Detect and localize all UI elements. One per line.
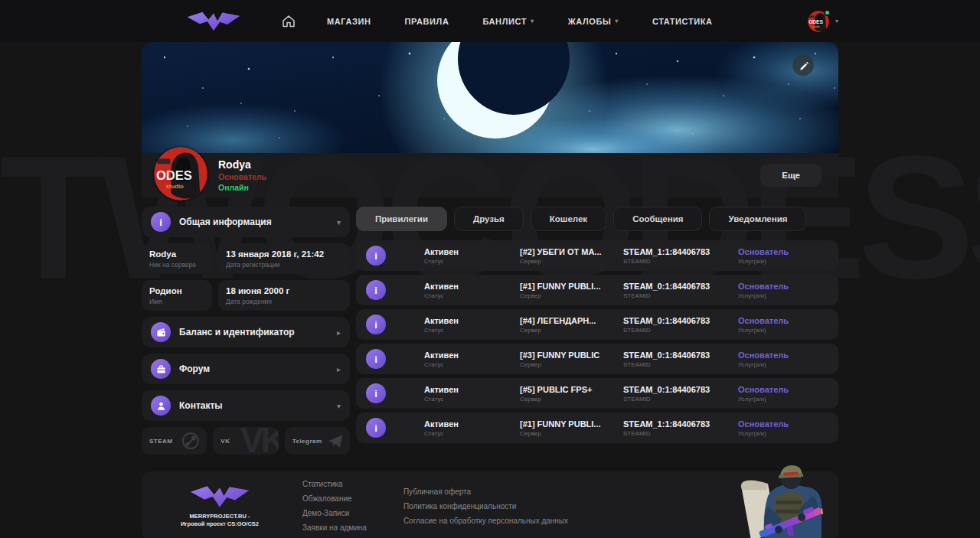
footer-link-admin-apps[interactable]: Заявки на админа [302,520,367,535]
info-value: 18 июня 2000 г [226,286,342,295]
chevron-right-icon: ▸ [337,365,341,373]
nav-item-statistics[interactable]: СТАТИСТИКА [652,17,713,26]
tab-wallet[interactable]: Кошелек [531,207,606,231]
privilege-row[interactable]: i АктивенСтатус [#1] FUNNY PUBLI...Серве… [356,275,838,305]
column-label: STEAMID [623,258,738,265]
privilege-steamid: STEAM_1:1:84406783 [623,247,738,256]
column-label: Сервер [520,396,623,403]
privilege-steamid: STEAM_0:1:84406783 [623,282,738,291]
tab-notifications[interactable]: Уведомления [709,207,806,231]
profile-tabs: Привилегии Друзья Кошелек Сообщения Увед… [356,207,838,231]
privilege-row[interactable]: i АктивенСтатус [#2] УБЕГИ ОТ МА...Серве… [356,240,838,271]
section-general-info[interactable]: i Общая информация ▾ [142,207,350,237]
tab-privileges[interactable]: Привилегии [356,207,447,231]
privilege-status: Активен [424,282,520,291]
online-status-dot [824,9,831,16]
section-forum[interactable]: Форум ▸ [142,354,350,384]
footer-link-privacy[interactable]: Политика конфиденциальности [403,499,618,514]
profile-header: Rodya Основатель Онлайн Еще [142,153,838,197]
nav-item-label: ПРАВИЛА [405,17,449,26]
info-icon: i [366,349,386,369]
more-button[interactable]: Еще [760,164,822,187]
profile-banner: Rodya Основатель Онлайн Еще [142,42,838,197]
column-label: Сервер [520,361,623,368]
contact-label: Telegram [292,438,322,445]
pencil-icon [799,60,808,70]
footer-link-demos[interactable]: Демо-Записи [302,506,367,520]
avatar[interactable] [154,147,207,201]
column-label: Услуг(а/и) [738,292,838,299]
column-label: Услуг(а/и) [738,396,838,403]
info-card-birthdate: 18 июня 2000 г Дата рождения [218,280,350,311]
section-contacts[interactable]: Контакты ▾ [142,390,350,421]
privilege-service-link[interactable]: Основатель [738,282,838,291]
info-value: Rodya [149,249,204,259]
telegram-icon [327,432,344,449]
privilege-row[interactable]: i АктивенСтатус [#5] PUBLIC FPS+Сервер S… [356,378,838,409]
info-label: Дата рождения [226,298,342,305]
column-label: Статус [424,258,520,265]
steam-icon [181,431,201,451]
nav-item-label: МАГАЗИН [327,17,371,26]
user-menu[interactable]: ▾ [808,11,838,32]
info-icon: i [151,212,171,232]
chevron-down-icon: ▾ [615,18,619,24]
tab-label: Кошелек [550,214,587,223]
footer-link-offer[interactable]: Публичная оферта [403,484,618,499]
privilege-service-link[interactable]: Основатель [738,385,838,394]
privilege-status: Активен [424,385,520,394]
nav-item-complaints[interactable]: ЖАЛОБЫ▾ [568,17,619,26]
info-icon: i [366,315,386,334]
contact-steam-button[interactable]: STEAM [142,427,207,455]
chevron-down-icon: ▾ [531,18,534,24]
nav-item-banlist[interactable]: БАНЛИСТ▾ [482,17,534,26]
column-label: STEAMID [623,292,738,299]
column-label: STEAMID [623,396,738,403]
footer-link-appeal[interactable]: Обжалование [302,491,367,506]
contact-vk-button[interactable]: VK VK [213,427,278,455]
tab-label: Уведомления [728,214,787,223]
home-icon[interactable] [281,14,296,29]
privilege-row[interactable]: i АктивенСтатус [#1] FUNNY PUBLI...Серве… [356,412,838,443]
tab-label: Друзья [473,214,505,223]
privilege-service-link[interactable]: Основатель [738,316,838,325]
privilege-service-link[interactable]: Основатель [738,247,838,256]
column-label: Сервер [520,258,623,265]
column-label: Статус [424,327,520,334]
column-label: Услуг(а/и) [738,258,838,265]
footer-brand-line2: Игровой проект CS:GO/CS2 [181,520,259,528]
column-label: STEAMID [623,361,738,368]
privilege-row[interactable]: i АктивенСтатус [#3] FUNNY PUBLICСервер … [356,344,838,374]
column-label: Сервер [520,327,623,334]
privilege-service-link[interactable]: Основатель [738,351,838,360]
nav-item-rules[interactable]: ПРАВИЛА [405,17,449,26]
info-icon: i [366,383,386,403]
site-logo[interactable] [186,10,241,33]
footer-links-column-1: Статистика Обжалование Демо-Записи Заявк… [302,477,367,535]
info-icon: i [366,246,386,266]
info-value: 13 января 2018 г, 21:42 [226,249,342,259]
column-label: Статус [424,292,520,299]
tab-messages[interactable]: Сообщения [613,207,702,231]
top-navigation: МАГАЗИН ПРАВИЛА БАНЛИСТ▾ ЖАЛОБЫ▾ СТАТИСТ… [0,0,980,42]
privilege-steamid: STEAM_0:1:84406783 [623,316,738,325]
section-label: Общая информация [179,217,272,227]
tab-label: Сообщения [632,214,683,223]
column-label: Статус [424,396,520,403]
column-label: Статус [424,430,520,437]
info-icon: i [366,418,386,438]
tab-friends[interactable]: Друзья [454,207,524,231]
privilege-row[interactable]: i АктивенСтатус [#4] ЛЕГЕНДАРН...Сервер … [356,309,838,340]
privilege-server: [#1] FUNNY PUBLI... [520,419,623,429]
column-label: Сервер [520,430,623,437]
privilege-server: [#4] ЛЕГЕНДАРН... [520,316,623,325]
info-card-nickname: Rodya Ник на сервере [142,243,212,274]
footer-link-consent[interactable]: Согласие на обработку персональных данны… [403,514,618,528]
footer-link-statistics[interactable]: Статистика [302,477,367,491]
nav-item-shop[interactable]: МАГАЗИН [327,17,371,26]
privilege-service-link[interactable]: Основатель [738,419,838,429]
info-card-name: Родион Имя [142,280,212,311]
edit-banner-button[interactable] [792,54,814,76]
contact-telegram-button[interactable]: Telegram [285,427,350,455]
section-balance[interactable]: Баланс и идентификатор ▸ [142,317,350,347]
